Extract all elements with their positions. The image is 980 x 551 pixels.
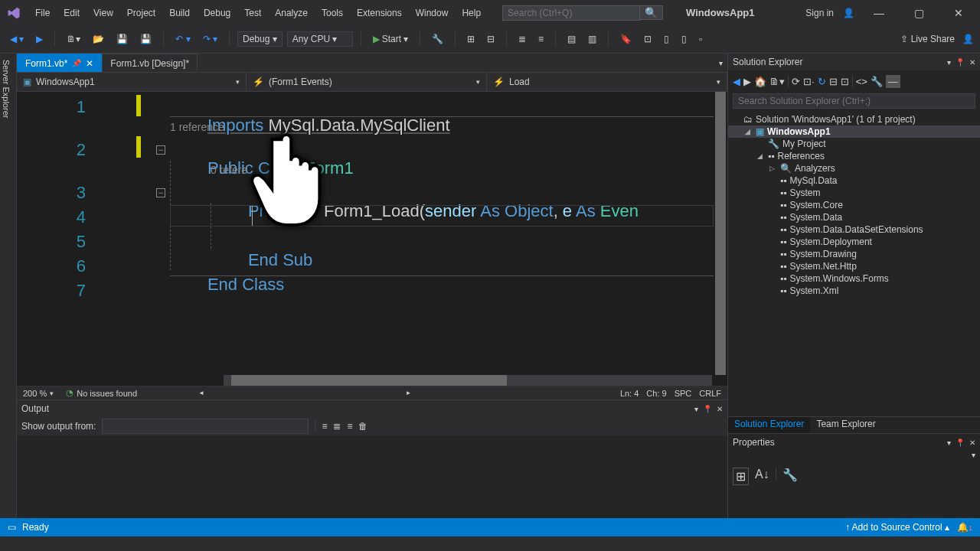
reference-node[interactable]: ▪▪System.Deployment [728, 236, 980, 248]
codelens[interactable]: 1 reference [170, 121, 224, 133]
project-node[interactable]: ◢▣WindowsApp1 [728, 126, 980, 138]
feedback-icon[interactable]: 👤 [962, 34, 974, 44]
panel-close-icon[interactable]: ✕ [969, 439, 975, 447]
home-icon[interactable]: 🏠 [754, 76, 766, 87]
save-all-button[interactable]: 💾 [136, 31, 155, 47]
quick-launch-input[interactable] [502, 5, 640, 21]
forward-button[interactable]: ▶ [32, 31, 47, 47]
panel-pin-icon[interactable]: 📍 [703, 405, 712, 413]
panel-dropdown-icon[interactable]: ▾ [947, 439, 951, 447]
solution-explorer-tab[interactable]: Solution Explorer [728, 417, 810, 433]
type-dropdown[interactable]: ⚡(Form1 Events)▾ [247, 73, 487, 91]
codelens[interactable]: 0 refere [211, 164, 247, 176]
menu-build[interactable]: Build [163, 5, 196, 21]
menu-edit[interactable]: Edit [57, 5, 86, 21]
back-icon[interactable]: ◀ [733, 76, 740, 87]
preview-icon[interactable]: — [886, 75, 900, 88]
tool-icon[interactable]: ≡ [534, 31, 547, 47]
output-tool-icon[interactable]: ≡ [347, 421, 352, 432]
menu-help[interactable]: Help [456, 5, 487, 21]
tab-form1-vb[interactable]: Form1.vb* 📌 ✕ [17, 54, 102, 72]
references-node[interactable]: ◢▪▪References [728, 150, 980, 162]
tool-icon[interactable]: ▫ [695, 31, 706, 47]
menu-tools[interactable]: Tools [315, 5, 349, 21]
reference-node[interactable]: ▪▪System.Core [728, 199, 980, 211]
solution-tree[interactable]: 🗂Solution 'WindowsApp1' (1 of 1 project)… [728, 110, 980, 416]
close-tab-icon[interactable]: ✕ [86, 58, 93, 69]
server-explorer-tab[interactable]: Server Explorer [0, 57, 12, 515]
reference-node[interactable]: ▪▪System.Data.DataSetExtensions [728, 223, 980, 236]
menu-debug[interactable]: Debug [198, 5, 237, 21]
save-button[interactable]: 💾 [113, 31, 132, 47]
panel-pin-icon[interactable]: 📍 [956, 439, 965, 447]
myproject-node[interactable]: 🔧My Project [728, 138, 980, 150]
menu-window[interactable]: Window [410, 5, 455, 21]
collapse-icon[interactable]: ⊟ [829, 76, 838, 87]
output-text[interactable] [17, 435, 727, 518]
comment-out-button[interactable]: ▤ [564, 31, 580, 47]
maximize-button[interactable]: ▢ [903, 4, 934, 22]
tool-icon[interactable]: ⊡· [803, 76, 815, 87]
reference-node[interactable]: ▪▪System.Data [728, 211, 980, 223]
tool-icon[interactable]: ⟳ [792, 76, 800, 87]
tool-icon[interactable]: 🔧 [428, 31, 447, 47]
reference-node[interactable]: ▪▪System.Windows.Forms [728, 272, 980, 285]
account-icon[interactable]: 👤 [843, 8, 854, 18]
minimize-button[interactable]: — [864, 4, 894, 22]
panel-close-icon[interactable]: ✕ [717, 405, 723, 413]
uncomment-button[interactable]: ▥ [584, 31, 600, 47]
redo-button[interactable]: ↷ ▾ [199, 31, 221, 47]
live-share-button[interactable]: ⇪ Live Share [900, 34, 955, 44]
tool-icon[interactable]: ▯ [678, 31, 691, 47]
output-tool-icon[interactable]: ≡ [322, 421, 327, 432]
zoom-level[interactable]: 200 % [23, 389, 47, 398]
panel-dropdown-icon[interactable]: ▾ [947, 58, 951, 67]
menu-extensions[interactable]: Extensions [351, 5, 408, 21]
health-indicator-icon[interactable]: ◔ [66, 388, 74, 398]
menu-project[interactable]: Project [121, 5, 162, 21]
vertical-scrollbar[interactable] [715, 92, 726, 375]
menu-file[interactable]: File [29, 5, 56, 21]
panel-pin-icon[interactable]: 📍 [956, 58, 965, 67]
code-editor[interactable]: ✚ 1 2 3 4 5 6 7 − − Imports MySql.Data.M… [17, 92, 727, 399]
dropdown-icon[interactable]: ▾ [972, 451, 975, 465]
reference-node[interactable]: ▪▪System.Drawing [728, 248, 980, 260]
horizontal-scrollbar[interactable] [224, 375, 712, 386]
reference-node[interactable]: ▪▪System.Net.Http [728, 260, 980, 272]
panel-close-icon[interactable]: ✕ [969, 58, 975, 67]
wrench-icon[interactable]: 🔧 [782, 468, 798, 482]
tool-icon[interactable]: ⊡ [640, 31, 655, 47]
properties-icon[interactable]: 🔧 [871, 76, 883, 87]
scope-dropdown[interactable]: ▣WindowsApp1▾ [17, 73, 247, 91]
code-icon[interactable]: <> [856, 76, 867, 87]
panel-dropdown-icon[interactable]: ▾ [694, 405, 698, 413]
undo-button[interactable]: ↶ ▾ [172, 31, 194, 47]
output-tool-icon[interactable]: 🗑 [358, 421, 368, 432]
notifications-icon[interactable]: 🔔1 [957, 522, 972, 533]
menu-analyze[interactable]: Analyze [269, 5, 314, 21]
fold-toggle[interactable]: − [156, 188, 165, 197]
bookmark-icon[interactable]: 🔖 [616, 31, 635, 47]
back-button[interactable]: ◀ ▾ [6, 31, 28, 47]
tab-form1-design[interactable]: Form1.vb [Design]* [102, 54, 198, 72]
reference-node[interactable]: ▪▪MySql.Data [728, 174, 980, 187]
close-button[interactable]: ✕ [943, 4, 974, 22]
new-project-button[interactable]: 🗎▾ [63, 31, 84, 47]
platform-dropdown[interactable]: Any CPU ▾ [287, 31, 353, 47]
sync-icon[interactable]: 🗎▾ [769, 76, 785, 87]
analyzers-node[interactable]: ▷🔍Analyzers [728, 162, 980, 174]
alphabetical-icon[interactable]: A↓ [755, 468, 769, 481]
refresh-icon[interactable]: ↻ [818, 76, 826, 87]
fold-toggle[interactable]: − [156, 145, 165, 155]
tool-icon[interactable]: ▯ [660, 31, 673, 47]
search-button[interactable]: 🔍 [639, 5, 663, 20]
show-all-icon[interactable]: ⊡ [841, 76, 849, 87]
output-tool-icon[interactable]: ≣ [333, 421, 341, 432]
team-explorer-tab[interactable]: Team Explorer [810, 417, 881, 433]
config-dropdown[interactable]: Debug ▾ [237, 31, 283, 47]
sign-in-link[interactable]: Sign in [805, 8, 834, 18]
reference-node[interactable]: ▪▪System.Xml [728, 285, 980, 297]
tool-icon[interactable]: ≣ [514, 31, 530, 47]
open-file-button[interactable]: 📂 [89, 31, 108, 47]
tool-icon[interactable]: ⊟ [483, 31, 498, 47]
